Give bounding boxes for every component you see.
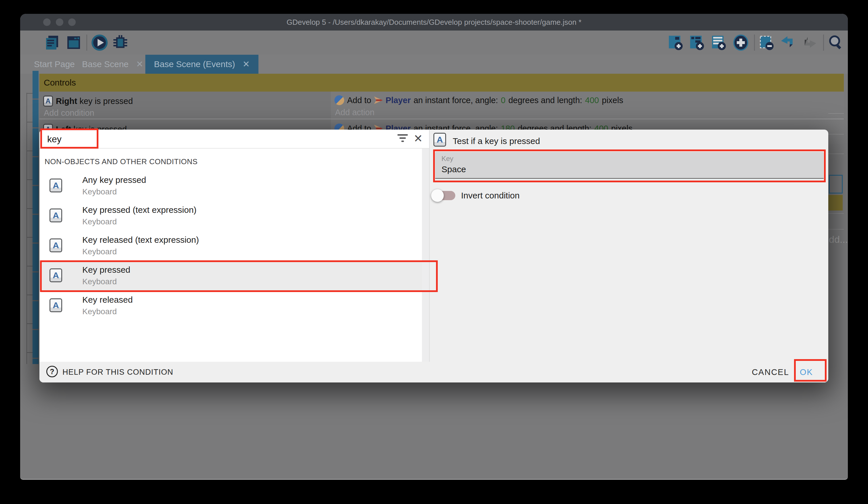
window-title: GDevelop 5 - /Users/dkarakay/Documents/G…: [20, 14, 848, 31]
invert-toggle-knob[interactable]: [431, 189, 444, 202]
object-name: Player: [386, 95, 411, 105]
close-icon[interactable]: ✕: [242, 60, 250, 69]
list-item-subtitle: Keyboard: [82, 217, 117, 226]
play-icon[interactable]: [92, 34, 107, 51]
row-divider: [828, 113, 844, 114]
list-item-title: Key pressed (text expression): [82, 205, 197, 215]
panel-divider: [429, 130, 430, 362]
condition-title: Test if a key is pressed: [453, 130, 540, 153]
list-item[interactable]: A Key pressed (text expression) Keyboard: [39, 200, 422, 230]
tab-label: Base Scene: [82, 55, 128, 74]
event-group-label: Controls: [44, 78, 76, 87]
tab-label: Start Page: [34, 55, 75, 74]
tab-base-scene[interactable]: Base Scene ✕: [73, 55, 152, 74]
annotation-selected-item-box: [40, 260, 438, 292]
condition-list-panel: NON-OBJECTS AND OTHER CONDITIONS A Any k…: [39, 130, 422, 362]
close-icon[interactable]: ✕: [136, 60, 143, 69]
list-scrollbar-gutter[interactable]: [422, 149, 429, 362]
annotation-key-field-box: [433, 150, 826, 182]
list-item[interactable]: A Key released (text expression) Keyboar…: [39, 230, 422, 260]
add-action-link[interactable]: Add action: [335, 108, 374, 117]
filter-icon[interactable]: [396, 134, 409, 144]
row-divider: [828, 134, 844, 134]
debug-icon[interactable]: [112, 34, 128, 51]
keyboard-key-icon: A: [43, 95, 53, 107]
add-force-icon: [334, 95, 344, 105]
list-item-title: Key released (text expression): [82, 235, 199, 245]
selected-event-outline: [829, 175, 843, 193]
list-item-subtitle: Keyboard: [82, 187, 117, 196]
add-condition-link[interactable]: Add condition: [44, 108, 94, 118]
help-icon[interactable]: ?: [46, 366, 58, 377]
player-object-icon: [374, 97, 383, 104]
annotation-ok-button-box: [794, 359, 827, 382]
event-group-row[interactable]: Controls: [39, 74, 844, 92]
scene-editor-icon[interactable]: [66, 34, 82, 51]
keyboard-key-icon: A: [50, 299, 62, 312]
editor-tabs: Start Page Base Scene ✕ Base Scene (Even…: [20, 55, 848, 74]
event-tree-stubs: [27, 93, 32, 354]
section-header: NON-OBJECTS AND OTHER CONDITIONS: [45, 157, 198, 166]
list-item[interactable]: A Any key pressed Keyboard: [39, 171, 422, 200]
angle-value: 0: [501, 95, 505, 105]
condition-text: Right: [56, 97, 77, 106]
title-bar: GDevelop 5 - /Users/dkarakay/Documents/G…: [20, 14, 848, 31]
tab-base-scene-events[interactable]: Base Scene (Events) ✕: [145, 55, 258, 74]
add-event-icon[interactable]: [668, 34, 684, 51]
list-item[interactable]: A Key released Keyboard: [39, 290, 422, 320]
row-divider: [828, 213, 844, 214]
event-indent-strips: [32, 71, 39, 364]
project-manager-icon[interactable]: [44, 34, 60, 51]
cancel-button[interactable]: CANCEL: [747, 362, 794, 382]
tab-label: Base Scene (Events): [154, 55, 235, 74]
action-cell[interactable]: Add to Player an instant force, angle: 0…: [331, 92, 844, 119]
toolbar-separator: [823, 34, 824, 51]
delete-selection-icon[interactable]: [758, 34, 775, 51]
row-divider: [828, 229, 844, 230]
list-item-title: Key released: [82, 295, 133, 305]
add-circle-icon[interactable]: [733, 34, 749, 51]
toolbar-separator: [754, 34, 755, 51]
list-item-subtitle: Keyboard: [82, 247, 117, 256]
annotation-search-box: [40, 129, 99, 149]
condition-line[interactable]: A Right key is pressed: [43, 95, 133, 107]
keyboard-key-icon: A: [50, 239, 62, 252]
help-link[interactable]: HELP FOR THIS CONDITION: [62, 362, 173, 382]
list-item-subtitle: Keyboard: [82, 307, 117, 316]
condition-cell[interactable]: A Right key is pressed Add condition: [39, 92, 331, 119]
add-subevent-icon[interactable]: [689, 34, 705, 51]
redo-icon[interactable]: [801, 34, 817, 51]
row-divider: [828, 153, 844, 154]
dialog-footer: ? HELP FOR THIS CONDITION CANCEL OK: [39, 362, 828, 382]
add-comment-icon[interactable]: [711, 34, 727, 51]
search-icon[interactable]: [828, 34, 844, 51]
keyboard-key-icon: A: [50, 179, 62, 192]
length-value: 400: [585, 95, 599, 105]
list-item-title: Any key pressed: [82, 175, 146, 185]
truncated-add-link[interactable]: dd...: [829, 234, 848, 245]
event-group-row-edge: [828, 195, 843, 211]
keyboard-key-icon: A: [433, 133, 446, 147]
undo-icon[interactable]: [780, 34, 796, 51]
main-toolbar: [20, 31, 848, 55]
keyboard-key-icon: A: [50, 209, 62, 222]
invert-condition-label: Invert condition: [461, 189, 519, 202]
toolbar-separator: [86, 34, 87, 51]
action-line[interactable]: Add to Player an instant force, angle: 0…: [334, 95, 623, 105]
close-icon[interactable]: ✕: [414, 130, 423, 149]
